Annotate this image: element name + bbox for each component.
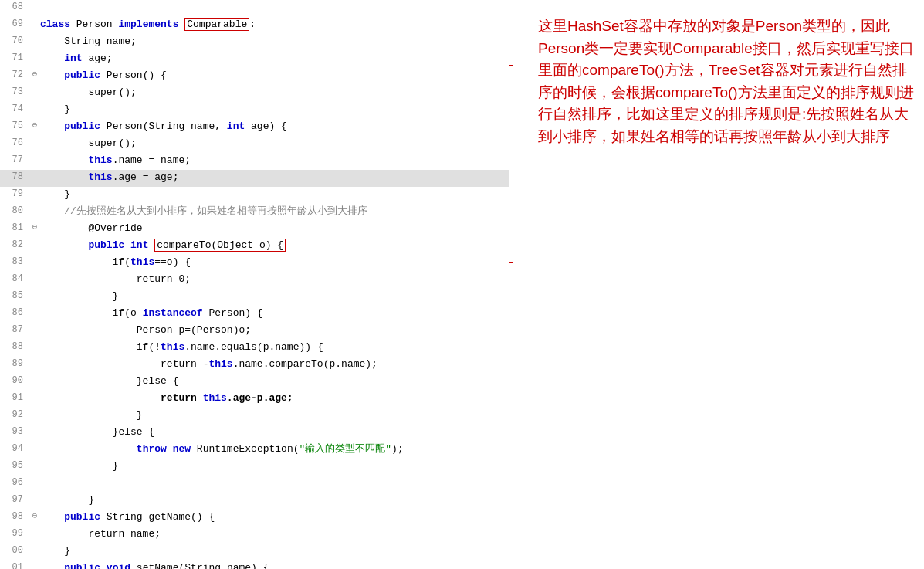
line-content-75: public Person(String name, int age) {	[40, 119, 509, 135]
line-content-92: }	[40, 408, 509, 424]
line-num-00: 00	[0, 544, 29, 558]
line-num-71: 71	[0, 51, 29, 66]
annotation-area: 这里HashSet容器中存放的对象是Person类型的，因此Person类一定要…	[509, 0, 924, 569]
line-num-94: 94	[0, 442, 29, 456]
line-content-79: }	[40, 187, 509, 203]
line-content-90: }else {	[40, 374, 509, 390]
code-line-72: 72 ⊖ public Person() {	[0, 68, 509, 85]
line-num-69: 69	[0, 17, 29, 32]
line-num-68: 68	[0, 0, 29, 15]
line-num-84: 84	[0, 272, 29, 286]
line-content-76: super();	[40, 136, 509, 152]
code-line-91: 91 return this.age-p.age;	[0, 391, 509, 408]
code-line-00: 00 }	[0, 544, 509, 561]
line-content-93: }else {	[40, 425, 509, 441]
line-num-73: 73	[0, 85, 29, 100]
code-line-99: 99 return name;	[0, 527, 509, 544]
line-num-93: 93	[0, 425, 29, 439]
line-num-88: 88	[0, 340, 29, 354]
code-line-97: 97 }	[0, 493, 509, 510]
line-num-91: 91	[0, 391, 29, 405]
code-line-78: 78 this.age = age;	[0, 170, 509, 187]
code-line-79: 79 }	[0, 187, 509, 204]
code-line-74: 74 }	[0, 102, 509, 119]
code-line-88: 88 if(!this.name.equals(p.name)) {	[0, 340, 509, 357]
code-line-75: 75 ⊖ public Person(String name, int age)…	[0, 119, 509, 136]
code-line-83: 83 if(this==o) {	[0, 255, 509, 272]
line-num-97: 97	[0, 493, 29, 507]
line-content-74: }	[40, 102, 509, 118]
code-line-95: 95 }	[0, 459, 509, 476]
code-line-94: 94 throw new RuntimeException("输入的类型不匹配"…	[0, 442, 509, 459]
line-num-80: 80	[0, 204, 29, 218]
code-line-77: 77 this.name = name;	[0, 153, 509, 170]
code-line-82: 82 public int compareTo(Object o) {	[0, 238, 509, 255]
line-num-77: 77	[0, 153, 29, 168]
line-content-73: super();	[40, 85, 509, 101]
line-num-01: 01	[0, 561, 29, 569]
line-num-92: 92	[0, 408, 29, 422]
code-line-76: 76 super();	[0, 136, 509, 153]
line-content-85: }	[40, 289, 509, 305]
line-num-75: 75	[0, 119, 29, 134]
code-line-01: 01 public void setName(String name) {	[0, 561, 509, 569]
code-line-86: 86 if(o instanceof Person) {	[0, 306, 509, 323]
code-editor: 68 69 class Person implements Comparable…	[0, 0, 509, 569]
line-num-70: 70	[0, 34, 29, 49]
line-content-89: return -this.name.compareTo(p.name);	[40, 357, 509, 373]
line-content-94: throw new RuntimeException("输入的类型不匹配");	[40, 442, 509, 458]
line-content-88: if(!this.name.equals(p.name)) {	[40, 340, 509, 356]
line-content-83: if(this==o) {	[40, 255, 509, 271]
code-line-73: 73 super();	[0, 85, 509, 102]
code-line-68: 68	[0, 0, 509, 17]
line-content-87: Person p=(Person)o;	[40, 323, 509, 339]
line-content-99: return name;	[40, 527, 509, 543]
code-line-96: 96	[0, 476, 509, 493]
line-num-86: 86	[0, 306, 29, 320]
line-num-98: 98	[0, 510, 29, 524]
line-num-89: 89	[0, 357, 29, 371]
code-line-90: 90 }else {	[0, 374, 509, 391]
line-content-71: int age;	[40, 51, 509, 67]
line-num-96: 96	[0, 476, 29, 490]
line-num-87: 87	[0, 323, 29, 337]
line-content-70: String name;	[40, 34, 509, 50]
annotation-top-text: 这里HashSet容器中存放的对象是Person类型的，因此Person类一定要…	[538, 15, 916, 147]
line-content-84: return 0;	[40, 272, 509, 288]
line-content-98: public String getName() {	[40, 510, 509, 526]
line-num-78: 78	[0, 170, 29, 185]
line-content-82: public int compareTo(Object o) {	[40, 238, 509, 254]
line-num-85: 85	[0, 289, 29, 303]
line-content-01: public void setName(String name) {	[40, 561, 509, 569]
line-content-91: return this.age-p.age;	[40, 391, 509, 407]
line-num-79: 79	[0, 187, 29, 202]
code-line-80: 80 //先按照姓名从大到小排序，如果姓名相等再按照年龄从小到大排序	[0, 204, 509, 221]
code-line-84: 84 return 0;	[0, 272, 509, 289]
code-line-70: 70 String name;	[0, 34, 509, 51]
line-num-74: 74	[0, 102, 29, 117]
code-line-85: 85 }	[0, 289, 509, 306]
line-num-90: 90	[0, 374, 29, 388]
code-line-92: 92 }	[0, 408, 509, 425]
line-content-69: class Person implements Comparable:	[40, 17, 509, 33]
line-content-78: this.age = age;	[40, 170, 509, 186]
line-content-80: //先按照姓名从大到小排序，如果姓名相等再按照年龄从小到大排序	[40, 204, 509, 220]
line-num-95: 95	[0, 459, 29, 473]
line-content-77: this.name = name;	[40, 153, 509, 169]
line-content-81: @Override	[40, 221, 509, 237]
code-line-71: 71 int age;	[0, 51, 509, 68]
line-content-97: }	[40, 493, 509, 509]
line-num-99: 99	[0, 527, 29, 541]
code-line-69: 69 class Person implements Comparable:	[0, 17, 509, 34]
code-line-89: 89 return -this.name.compareTo(p.name);	[0, 357, 509, 374]
line-num-82: 82	[0, 238, 29, 252]
code-line-98: 98 ⊖ public String getName() {	[0, 510, 509, 527]
line-num-76: 76	[0, 136, 29, 151]
line-content-72: public Person() {	[40, 68, 509, 84]
line-content-00: }	[40, 544, 509, 560]
line-num-81: 81	[0, 221, 29, 235]
line-content-86: if(o instanceof Person) {	[40, 306, 509, 322]
code-line-87: 87 Person p=(Person)o;	[0, 323, 509, 340]
code-line-81: 81 ⊖ @Override	[0, 221, 509, 238]
line-content-95: }	[40, 459, 509, 475]
